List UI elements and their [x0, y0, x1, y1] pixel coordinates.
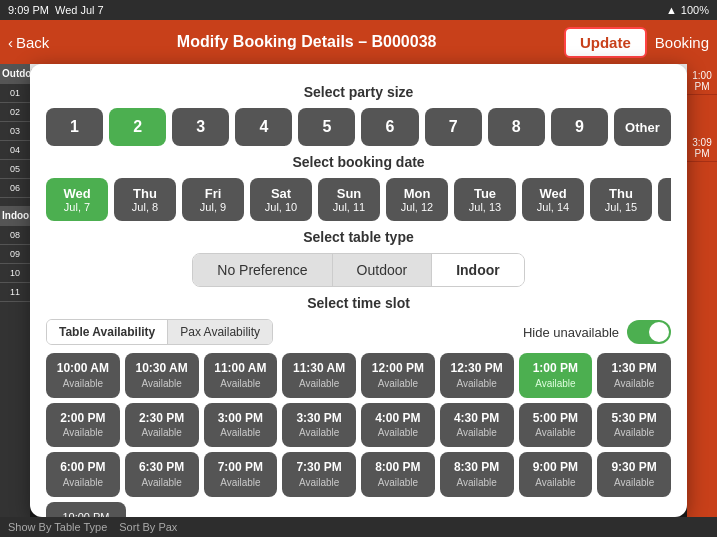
sidebar-row-11: 11 — [0, 283, 30, 302]
time-slot-11[interactable]: 3:30 PMAvailable — [282, 403, 356, 448]
table-type-outdoor[interactable]: Outdoor — [333, 254, 433, 286]
sidebar-row-02: 02 — [0, 103, 30, 122]
time-slot-20[interactable]: 8:00 PMAvailable — [361, 452, 435, 497]
tab-pax-availability[interactable]: Pax Availability — [168, 320, 272, 344]
date-btn-3[interactable]: SatJul, 10 — [250, 178, 312, 221]
date-grid: WedJul, 7 ThuJul, 8 FriJul, 9 SatJul, 10… — [46, 178, 671, 221]
date-btn-0[interactable]: WedJul, 7 — [46, 178, 108, 221]
time-slot-12[interactable]: 4:00 PMAvailable — [361, 403, 435, 448]
sidebar-row-10: 10 — [0, 264, 30, 283]
sidebar-row-08: 08 — [0, 226, 30, 245]
date-btn-7[interactable]: WedJul, 14 — [522, 178, 584, 221]
party-btn-1[interactable]: 1 — [46, 108, 103, 146]
nav-bar: ‹ Back Modify Booking Details – B000038 … — [0, 20, 717, 64]
party-btn-9[interactable]: 9 — [551, 108, 608, 146]
time-slot-18[interactable]: 7:00 PMAvailable — [204, 452, 278, 497]
hide-unavailable-control: Hide unavailable — [523, 320, 671, 344]
time-slot-14[interactable]: 5:00 PMAvailable — [519, 403, 593, 448]
time-slot-21[interactable]: 8:30 PMAvailable — [440, 452, 514, 497]
party-btn-8[interactable]: 8 — [488, 108, 545, 146]
status-bar: 9:09 PM Wed Jul 7 ▲ 100% — [0, 0, 717, 20]
update-button[interactable]: Update — [564, 27, 647, 58]
time-slot-10[interactable]: 3:00 PMAvailable — [204, 403, 278, 448]
date-btn-5[interactable]: MonJul, 12 — [386, 178, 448, 221]
party-btn-4[interactable]: 4 — [235, 108, 292, 146]
time-slot-23[interactable]: 9:30 PMAvailable — [597, 452, 671, 497]
table-type-title: Select table type — [46, 229, 671, 245]
availability-tabs: Table Availability Pax Availability — [46, 319, 273, 345]
time-slot-grid: 10:00 AMAvailable 10:30 AMAvailable 11:0… — [46, 353, 671, 497]
tab-table-availability[interactable]: Table Availability — [47, 320, 168, 344]
time-slot-13[interactable]: 4:30 PMAvailable — [440, 403, 514, 448]
left-sidebar: Outdoor 01 02 03 04 05 06 Indoor 08 09 1… — [0, 64, 30, 537]
date-btn-1[interactable]: ThuJul, 8 — [114, 178, 176, 221]
table-type-no-pref[interactable]: No Preference — [193, 254, 332, 286]
sidebar-row-06: 06 — [0, 179, 30, 198]
sort-by-table-label[interactable]: Show By Table Type — [8, 521, 107, 533]
bottom-bar: Show By Table Type Sort By Pax — [0, 517, 717, 537]
nav-booking-link[interactable]: Booking — [655, 34, 709, 51]
date-btn-6[interactable]: TueJul, 13 — [454, 178, 516, 221]
nav-title: Modify Booking Details – B000038 — [57, 33, 556, 51]
toggle-knob — [649, 322, 669, 342]
time-slot-3[interactable]: 11:30 AMAvailable — [282, 353, 356, 398]
time-slot-19[interactable]: 7:30 PMAvailable — [282, 452, 356, 497]
sidebar-row-01: 01 — [0, 84, 30, 103]
time-slot-9[interactable]: 2:30 PMAvailable — [125, 403, 199, 448]
date-btn-8[interactable]: ThuJul, 15 — [590, 178, 652, 221]
party-btn-other[interactable]: Other — [614, 108, 671, 146]
right-sidebar: 1:00PM 3:09PM — [687, 64, 717, 537]
party-btn-5[interactable]: 5 — [298, 108, 355, 146]
party-size-grid: 1 2 3 4 5 6 7 8 9 Other — [46, 108, 671, 146]
date-btn-9[interactable]: FriJul, 16 — [658, 178, 671, 221]
time-slot-7[interactable]: 1:30 PMAvailable — [597, 353, 671, 398]
sort-by-pax-label[interactable]: Sort By Pax — [119, 521, 177, 533]
hide-unavailable-label: Hide unavailable — [523, 325, 619, 340]
sidebar-row-05: 05 — [0, 160, 30, 179]
time-slot-4[interactable]: 12:00 PMAvailable — [361, 353, 435, 398]
sidebar-outdoor-label: Outdoor — [0, 64, 30, 84]
time-slot-22[interactable]: 9:00 PMAvailable — [519, 452, 593, 497]
time-slot-header: Table Availability Pax Availability Hide… — [46, 319, 671, 345]
wifi-icon: ▲ — [666, 4, 677, 16]
hide-unavailable-toggle[interactable] — [627, 320, 671, 344]
table-type-indoor[interactable]: Indoor — [432, 254, 524, 286]
date-btn-2[interactable]: FriJul, 9 — [182, 178, 244, 221]
time-slot-8[interactable]: 2:00 PMAvailable — [46, 403, 120, 448]
booking-date-title: Select booking date — [46, 154, 671, 170]
back-button[interactable]: ‹ Back — [8, 34, 49, 51]
chevron-left-icon: ‹ — [8, 34, 13, 51]
time-slot-15[interactable]: 5:30 PMAvailable — [597, 403, 671, 448]
party-size-title: Select party size — [46, 84, 671, 100]
right-time-1: 1:00PM — [687, 68, 717, 95]
sidebar-indoor-label: Indoor — [0, 206, 30, 226]
time-slot-24[interactable]: 10:00 PMAvailable — [46, 502, 126, 517]
status-right: ▲ 100% — [666, 4, 709, 16]
time-slot-title: Select time slot — [46, 295, 671, 311]
table-type-row: No Preference Outdoor Indoor — [192, 253, 524, 287]
sidebar-row-04: 04 — [0, 141, 30, 160]
status-time: 9:09 PM — [8, 4, 49, 16]
party-btn-7[interactable]: 7 — [425, 108, 482, 146]
modal-overlay: Select party size 1 2 3 4 5 6 7 8 9 Othe… — [30, 64, 687, 517]
sidebar-row-09: 09 — [0, 245, 30, 264]
status-date: Wed Jul 7 — [55, 4, 104, 16]
party-btn-2[interactable]: 2 — [109, 108, 166, 146]
time-slot-6[interactable]: 1:00 PMAvailable — [519, 353, 593, 398]
party-btn-6[interactable]: 6 — [361, 108, 418, 146]
time-slot-16[interactable]: 6:00 PMAvailable — [46, 452, 120, 497]
right-time-2: 3:09PM — [687, 135, 717, 162]
party-btn-3[interactable]: 3 — [172, 108, 229, 146]
time-slot-0[interactable]: 10:00 AMAvailable — [46, 353, 120, 398]
status-left: 9:09 PM Wed Jul 7 — [8, 4, 104, 16]
battery-icon: 100% — [681, 4, 709, 16]
date-btn-4[interactable]: SunJul, 11 — [318, 178, 380, 221]
time-slot-17[interactable]: 6:30 PMAvailable — [125, 452, 199, 497]
time-slot-1[interactable]: 10:30 AMAvailable — [125, 353, 199, 398]
back-label[interactable]: Back — [16, 34, 49, 51]
time-slot-5[interactable]: 12:30 PMAvailable — [440, 353, 514, 398]
sidebar-row-03: 03 — [0, 122, 30, 141]
time-slot-2[interactable]: 11:00 AMAvailable — [204, 353, 278, 398]
